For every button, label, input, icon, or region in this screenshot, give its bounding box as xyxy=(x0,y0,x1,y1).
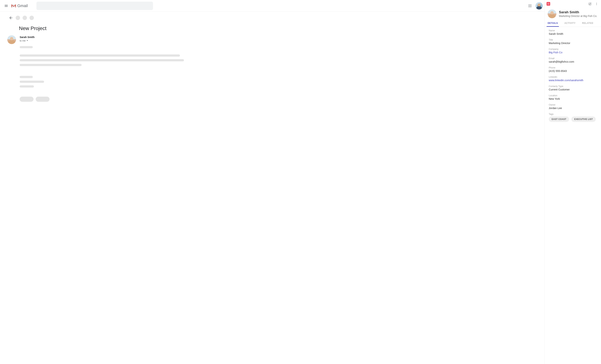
field-value: sarah@bigfishco.com xyxy=(549,60,597,63)
field-label: Linkedin xyxy=(549,76,597,78)
gmail-header: Gmail xyxy=(0,0,545,12)
open-external-icon xyxy=(588,2,591,5)
svg-point-1 xyxy=(530,4,530,5)
toolbar-action-placeholder[interactable] xyxy=(16,16,20,20)
tab-related[interactable]: RELATED xyxy=(582,22,593,27)
svg-point-10 xyxy=(596,3,597,3)
field-label: Owner xyxy=(549,104,597,106)
svg-point-11 xyxy=(596,4,597,4)
more-vertical-icon xyxy=(595,2,598,5)
svg-point-3 xyxy=(529,5,529,6)
tab-details[interactable]: DETAILS xyxy=(548,22,558,27)
svg-point-8 xyxy=(531,7,531,7)
tab-activity[interactable]: ACTIVITY xyxy=(564,22,575,27)
tag-chip[interactable]: EXECUTIVE LIST xyxy=(571,117,596,122)
contact-subtitle: Marketing Director at Big Fish Co. xyxy=(559,15,597,18)
reply-actions xyxy=(20,97,536,102)
email-body-placeholder xyxy=(20,46,536,88)
field-value: Current Customer xyxy=(549,88,597,91)
sender-name: Sarah Smith xyxy=(20,36,536,39)
contact-name: Sarah Smith xyxy=(559,10,597,14)
field-value: Sarah Smith xyxy=(549,32,597,35)
linkedin-link[interactable]: www.linkedin.com/sarahsmith xyxy=(549,79,597,82)
toolbar-action-placeholder[interactable] xyxy=(23,16,27,20)
field-name: Name Sarah Smith xyxy=(549,29,597,35)
crm-side-panel: Sarah Smith Marketing Director at Big Fi… xyxy=(545,0,601,364)
field-label: Company xyxy=(549,48,597,50)
field-value: (415) 555-6543 xyxy=(549,69,597,72)
forward-button-placeholder[interactable] xyxy=(36,97,50,102)
field-value: Jordan Lee xyxy=(549,107,597,109)
field-linkedin: Linkedin www.linkedin.com/sarahsmith xyxy=(549,76,597,82)
field-label: Location xyxy=(549,94,597,97)
tag-chip[interactable]: EAST COAST xyxy=(549,117,569,122)
to-line-text: to me xyxy=(20,39,26,42)
recipients-toggle[interactable]: to me xyxy=(20,39,536,42)
gmail-icon xyxy=(11,4,16,8)
open-external-button[interactable] xyxy=(587,1,593,7)
field-label: Email xyxy=(549,57,597,60)
gmail-body: New Project Sarah Smith to me xyxy=(0,12,545,364)
field-value: New York xyxy=(549,97,597,100)
svg-point-0 xyxy=(529,4,529,5)
contact-header: Sarah Smith Marketing Director at Big Fi… xyxy=(545,8,601,19)
clock-icon xyxy=(547,3,550,5)
svg-point-7 xyxy=(530,7,530,7)
hamburger-icon xyxy=(4,4,8,8)
google-apps-button[interactable] xyxy=(526,2,534,10)
chevron-down-icon xyxy=(26,39,28,42)
field-label: Phone xyxy=(549,66,597,69)
email-toolbar xyxy=(9,16,536,20)
contact-details: Name Sarah Smith Title Marketing Directo… xyxy=(545,27,601,364)
apps-grid-icon xyxy=(528,4,532,8)
main-menu-button[interactable] xyxy=(2,1,10,10)
field-value: Marketing Director xyxy=(549,42,597,45)
field-owner: Owner Jordan Lee xyxy=(549,104,597,109)
field-label: Title xyxy=(549,39,597,41)
crm-brand-badge[interactable] xyxy=(547,2,550,6)
gmail-app: Gmail New Project xyxy=(0,0,545,364)
more-options-button[interactable] xyxy=(594,1,599,7)
field-label: Name xyxy=(549,29,597,32)
field-title: Title Marketing Director xyxy=(549,39,597,45)
company-link[interactable]: Big Fish Co xyxy=(549,51,597,54)
arrow-left-icon xyxy=(9,16,13,20)
svg-point-4 xyxy=(530,5,530,6)
svg-point-5 xyxy=(531,5,531,6)
field-contact-type: Contacty Type Current Customer xyxy=(549,85,597,91)
search-input[interactable] xyxy=(36,2,153,10)
field-phone: Phone (415) 555-6543 xyxy=(549,66,597,72)
back-button[interactable] xyxy=(9,16,13,20)
field-label: Tags xyxy=(549,113,597,115)
toolbar-action-placeholder[interactable] xyxy=(30,16,34,20)
account-avatar[interactable] xyxy=(535,2,543,10)
svg-point-2 xyxy=(531,4,531,5)
svg-point-12 xyxy=(596,5,597,5)
field-label: Contacty Type xyxy=(549,85,597,88)
gmail-logo[interactable]: Gmail xyxy=(11,3,28,8)
email-message: Sarah Smith to me xyxy=(7,35,536,102)
field-company: Company Big Fish Co xyxy=(549,48,597,54)
field-location: Location New York xyxy=(549,94,597,100)
contact-avatar[interactable] xyxy=(548,10,556,18)
svg-point-6 xyxy=(529,7,529,7)
gmail-logo-text: Gmail xyxy=(17,3,28,8)
panel-tabs: DETAILS ACTIVITY RELATED xyxy=(545,19,601,27)
sender-avatar[interactable] xyxy=(7,35,16,44)
field-tags: Tags EAST COAST EXECUTIVE LIST xyxy=(549,113,597,122)
reply-button-placeholder[interactable] xyxy=(20,97,33,102)
email-subject: New Project xyxy=(19,26,536,31)
panel-header xyxy=(545,0,601,8)
field-email: Email sarah@bigfishco.com xyxy=(549,57,597,63)
